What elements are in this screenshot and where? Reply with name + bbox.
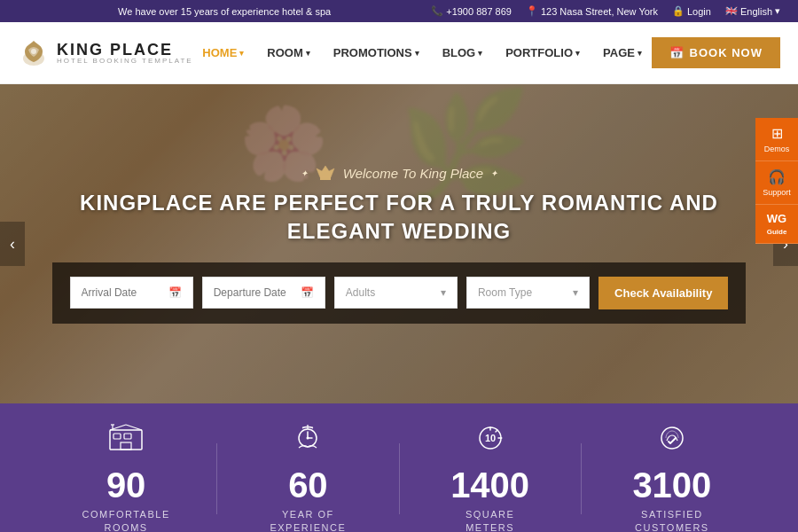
logo-icon [18,37,50,69]
nav-blog[interactable]: BLOG ▾ [434,39,492,66]
svg-rect-2 [320,177,331,180]
svg-point-13 [307,436,309,439]
calendar-departure-icon: 📅 [301,286,314,299]
crown-icon [315,164,336,182]
address: 📍 123 Nasa Street, New York [526,5,658,17]
meters-icon: 10 [400,423,581,460]
stat-experience: 60 YEAR OFEXPERIENCE [217,423,398,532]
meters-number: 1400 [400,467,581,503]
room-type-select[interactable]: Room Type ▾ [466,277,590,309]
arrival-date-field[interactable]: 📅 [70,277,193,309]
navbar: KING PLACE HOTEL BOOKING TEMPLATE HOME ▾… [0,22,798,84]
nav-room[interactable]: ROOM ▾ [258,39,318,66]
departure-date-field[interactable]: 📅 [202,277,325,309]
rooms-icon [35,423,216,460]
top-bar-message: We have over 15 years of experience hote… [18,6,431,17]
arrival-date-input[interactable] [82,286,161,299]
nav-portfolio[interactable]: PORTFOLIO ▾ [497,39,589,66]
nav-page[interactable]: PAGE ▾ [594,39,651,66]
svg-rect-4 [113,434,121,439]
experience-icon [217,423,398,460]
stat-meters: 10 1400 SQUAREMETERS [400,423,581,532]
nav-promotions[interactable]: PROMOTIONS ▾ [325,39,428,66]
meters-label: SQUAREMETERS [400,508,581,532]
customers-number: 3100 [582,467,763,503]
brand-sub: HOTEL BOOKING TEMPLATE [57,58,193,65]
language-selector[interactable]: 🇬🇧 English ▾ [725,5,780,17]
wg-guide-button[interactable]: WG Guide [755,205,798,244]
svg-rect-8 [121,442,131,450]
adults-dropdown-icon: ▾ [441,286,446,299]
customers-icon [582,423,763,460]
experience-label: YEAR OFEXPERIENCE [217,508,398,532]
hero-title: KINGPLACE ARE PERFECT FOR A TRULY ROMANT… [35,189,763,244]
support-button[interactable]: 🎧 Support [755,161,798,205]
stats-section: 90 COMFORTABLEROOMS 60 YEAR OFEXPERIENCE… [0,403,798,532]
departure-date-input[interactable] [214,286,293,299]
wg-icon: WG [767,212,786,225]
book-now-button[interactable]: 📅 BOOK NOW [652,37,780,68]
room-type-dropdown-icon: ▾ [573,286,578,299]
svg-rect-3 [110,430,142,450]
logo[interactable]: KING PLACE HOTEL BOOKING TEMPLATE [18,37,193,69]
brand-name: KING PLACE [57,42,193,58]
calendar-arrival-icon: 📅 [168,286,182,299]
svg-line-7 [126,425,142,430]
svg-point-1 [31,49,36,54]
adults-select[interactable]: Adults ▾ [334,277,458,309]
hero-content: Welcome To King Place KINGPLACE ARE PERF… [0,164,798,244]
top-bar-right: 📞 +1900 887 869 📍 123 Nasa Street, New Y… [431,5,780,17]
rooms-number: 90 [35,467,216,503]
stat-customers: 3100 SATISFIEDCUSTOMERS [582,423,763,532]
calendar-icon: 📅 [669,46,685,59]
demos-button[interactable]: ⊞ Demos [755,118,798,161]
customers-label: SATISFIEDCUSTOMERS [582,508,763,532]
svg-text:10: 10 [485,433,496,443]
demos-icon: ⊞ [771,125,783,142]
hero-welcome: Welcome To King Place [35,164,763,182]
check-availability-button[interactable]: Check Availability [598,277,728,309]
rooms-label: COMFORTABLEROOMS [35,508,216,532]
support-icon: 🎧 [768,168,786,185]
booking-form: 📅 📅 Adults ▾ Room Type ▾ Check Availabil… [52,262,747,324]
nav-home[interactable]: HOME ▾ [193,39,253,66]
experience-number: 60 [217,467,398,503]
stat-rooms: 90 COMFORTABLEROOMS [35,423,216,532]
phone: 📞 +1900 887 869 [431,5,512,17]
login-link[interactable]: 🔒 Login [672,5,711,17]
main-nav: HOME ▾ ROOM ▾ PROMOTIONS ▾ BLOG ▾ PORTFO… [193,39,652,66]
top-bar: We have over 15 years of experience hote… [0,0,798,22]
side-buttons: ⊞ Demos 🎧 Support WG Guide [755,118,798,244]
hero-prev-arrow[interactable]: ‹ [0,222,25,266]
svg-rect-5 [124,434,131,439]
hero-section: 🌸 🌿 ‹ › ⊞ Demos 🎧 Support WG Guide Welco… [0,84,798,403]
